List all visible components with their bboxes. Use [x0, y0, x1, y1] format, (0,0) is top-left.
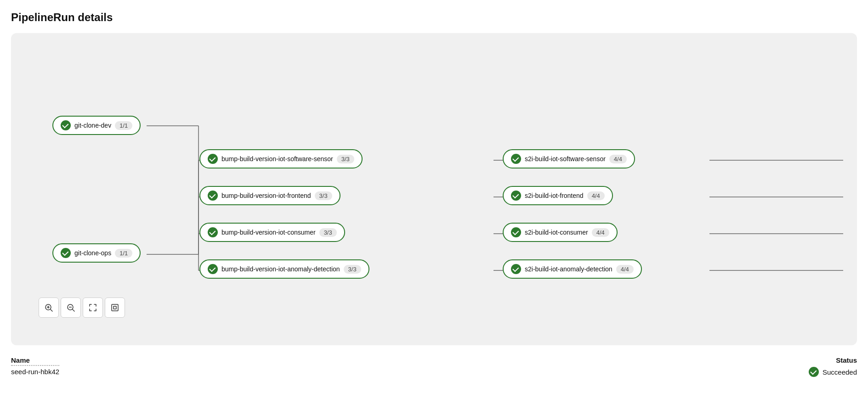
fit-button[interactable]	[83, 298, 103, 318]
page-title: PipelineRun details	[11, 11, 857, 24]
svg-rect-24	[112, 304, 118, 311]
node-label: s2i-build-iot-frontend	[525, 192, 584, 199]
node-s2i-software-sensor[interactable]: s2i-build-iot-software-sensor 4/4	[503, 149, 635, 168]
node-label: bump-build-version-iot-frontend	[221, 192, 311, 199]
step-count: 3/3	[315, 191, 332, 200]
success-icon	[208, 227, 218, 237]
success-icon	[208, 264, 218, 274]
success-icon	[61, 248, 71, 258]
step-count: 4/4	[616, 265, 634, 274]
step-count: 1/1	[115, 249, 132, 258]
node-bump-frontend[interactable]: bump-build-version-iot-frontend 3/3	[199, 186, 340, 205]
step-count: 3/3	[337, 155, 354, 163]
zoom-out-button[interactable]	[61, 298, 81, 318]
node-git-clone-dev[interactable]: git-clone-dev 1/1	[52, 116, 141, 135]
zoom-in-button[interactable]	[39, 298, 59, 318]
node-git-clone-ops[interactable]: git-clone-ops 1/1	[52, 243, 141, 263]
node-label: bump-build-version-iot-anomaly-detection	[221, 265, 340, 273]
status-label: Status	[836, 356, 857, 364]
step-count: 4/4	[609, 155, 627, 163]
name-label: Name	[11, 356, 59, 366]
pipeline-canvas: git-clone-dev 1/1 git-clone-ops 1/1 bump…	[11, 33, 857, 345]
step-count: 4/4	[587, 191, 605, 200]
footer-status-section: Status Succeeded	[809, 356, 857, 377]
status-value: Succeeded	[823, 368, 857, 376]
step-count: 4/4	[592, 228, 609, 237]
success-icon	[511, 227, 521, 237]
node-s2i-frontend[interactable]: s2i-build-iot-frontend 4/4	[503, 186, 613, 205]
success-icon	[511, 264, 521, 274]
svg-line-22	[73, 309, 74, 311]
node-s2i-consumer[interactable]: s2i-build-iot-consumer 4/4	[503, 223, 618, 242]
node-label: bump-build-version-iot-software-sensor	[221, 155, 333, 163]
fullscreen-button[interactable]	[105, 298, 125, 318]
node-bump-anomaly[interactable]: bump-build-version-iot-anomaly-detection…	[199, 259, 369, 279]
node-label: bump-build-version-iot-consumer	[221, 229, 316, 236]
node-s2i-anomaly[interactable]: s2i-build-iot-anomaly-detection 4/4	[503, 259, 642, 279]
step-count: 1/1	[115, 121, 132, 130]
success-icon	[208, 191, 218, 201]
success-icon	[208, 154, 218, 164]
success-icon	[61, 120, 71, 130]
name-value: seed-run-hbk42	[11, 368, 59, 376]
success-icon	[511, 191, 521, 201]
step-count: 3/3	[319, 228, 337, 237]
node-label: git-clone-dev	[74, 122, 111, 129]
pipeline-connectors	[25, 51, 843, 331]
node-label: s2i-build-iot-consumer	[525, 229, 588, 236]
status-check-icon	[809, 367, 819, 377]
status-badge: Succeeded	[809, 367, 857, 377]
node-label: s2i-build-iot-anomaly-detection	[525, 265, 613, 273]
svg-line-18	[51, 309, 52, 311]
footer-name-section: Name seed-run-hbk42	[11, 356, 59, 376]
pipeline-graph: git-clone-dev 1/1 git-clone-ops 1/1 bump…	[25, 51, 843, 331]
node-bump-consumer[interactable]: bump-build-version-iot-consumer 3/3	[199, 223, 345, 242]
node-label: git-clone-ops	[74, 249, 111, 257]
node-label: s2i-build-iot-software-sensor	[525, 155, 606, 163]
success-icon	[511, 154, 521, 164]
zoom-controls	[39, 298, 125, 318]
svg-rect-25	[113, 306, 116, 309]
step-count: 3/3	[344, 265, 361, 274]
footer: Name seed-run-hbk42 Status Succeeded	[11, 356, 857, 377]
node-bump-software-sensor[interactable]: bump-build-version-iot-software-sensor 3…	[199, 149, 363, 168]
